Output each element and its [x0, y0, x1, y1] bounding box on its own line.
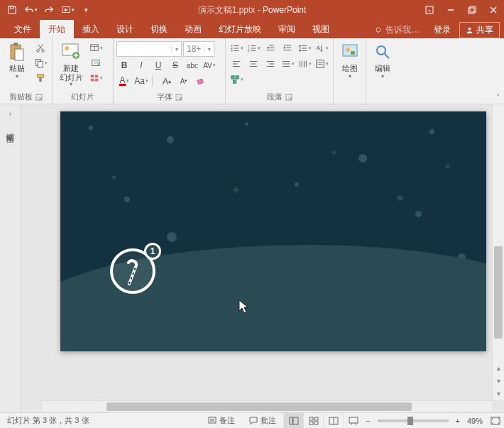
- undo-button[interactable]: ▾: [21, 1, 40, 19]
- scrollbar-thumb[interactable]: [106, 402, 412, 411]
- candy-badge[interactable]: 1: [110, 248, 155, 294]
- slideshow-view-button[interactable]: [343, 413, 363, 429]
- title-bar: ▾ ▾ ▾ 演示文稿1.pptx - PowerPoint: [0, 0, 504, 20]
- font-color-button[interactable]: A▾: [116, 74, 132, 88]
- fit-to-window-button[interactable]: [487, 417, 504, 425]
- tell-me-search[interactable]: 告诉我…: [368, 24, 425, 36]
- decor-star: ✦: [110, 172, 119, 183]
- italic-button[interactable]: I: [133, 58, 149, 72]
- tab-file[interactable]: 文件: [6, 20, 40, 38]
- vertical-scrollbar[interactable]: ▴ ▾ ▾: [492, 104, 504, 400]
- prev-slide-button[interactable]: ▴: [493, 361, 504, 374]
- align-center-button[interactable]: [246, 57, 261, 71]
- numbering-button[interactable]: 123▾: [246, 41, 261, 55]
- shadow-button[interactable]: abc: [185, 58, 200, 72]
- comments-button[interactable]: 批注: [242, 415, 283, 426]
- underline-button[interactable]: U: [150, 58, 166, 72]
- tab-insert[interactable]: 插入: [74, 20, 108, 38]
- tab-animations[interactable]: 动画: [176, 20, 210, 38]
- tab-home[interactable]: 开始: [40, 20, 74, 38]
- eraser-icon: [196, 76, 206, 86]
- copy-button[interactable]: ▾: [33, 56, 48, 70]
- expand-thumbnails-button[interactable]: ›: [9, 110, 11, 118]
- group-font: ▾ 18+▾ B I U S abc AV▾ A▾ Aa▾ A▴ A▾ 字体: [114, 38, 226, 104]
- font-size-combo[interactable]: 18+▾: [183, 41, 214, 57]
- shrink-font-button[interactable]: A▾: [176, 74, 192, 88]
- tab-design[interactable]: 设计: [108, 20, 142, 38]
- restore-button[interactable]: [461, 0, 483, 20]
- font-name-combo[interactable]: ▾: [116, 41, 182, 57]
- reading-view-button[interactable]: [323, 413, 343, 429]
- section-button[interactable]: ▾: [88, 71, 104, 85]
- scrollbar-thumb[interactable]: [494, 246, 503, 339]
- align-left-button[interactable]: [229, 57, 244, 71]
- grow-font-button[interactable]: A▴: [159, 74, 175, 88]
- convert-smartart-button[interactable]: ▾: [229, 72, 244, 87]
- scroll-down-button[interactable]: ▾: [493, 387, 504, 400]
- cut-button[interactable]: [33, 41, 48, 55]
- new-slide-icon: [60, 41, 82, 62]
- zoom-percent[interactable]: 49%: [463, 417, 487, 425]
- char-spacing-button[interactable]: AV▾: [202, 58, 217, 72]
- normal-view-button[interactable]: [283, 413, 303, 429]
- ribbon-display-options-button[interactable]: [419, 0, 440, 20]
- horizontal-scrollbar[interactable]: [43, 400, 492, 412]
- strikethrough-button[interactable]: S: [168, 58, 183, 72]
- slide[interactable]: ✦ ✦ ✦ ✦ ✦ ✦ ✦ ✦ + + 1: [60, 111, 486, 351]
- comments-label: 批注: [261, 415, 276, 426]
- slide-counter[interactable]: 幻灯片 第 3 张，共 3 张: [0, 415, 97, 426]
- zoom-out-button[interactable]: −: [363, 417, 373, 425]
- tab-review[interactable]: 审阅: [270, 20, 304, 38]
- clear-formatting-button[interactable]: [193, 74, 209, 88]
- decrease-indent-button[interactable]: [263, 41, 278, 55]
- next-slide-button[interactable]: ▾: [493, 374, 504, 387]
- bullets-button[interactable]: ▾: [229, 41, 244, 55]
- redo-button[interactable]: [40, 1, 58, 19]
- start-from-beginning-button[interactable]: ▾: [58, 1, 77, 19]
- svg-rect-92: [293, 417, 298, 424]
- dialog-launcher-icon[interactable]: [175, 94, 182, 101]
- notes-button[interactable]: 备注: [201, 415, 242, 426]
- tab-transitions[interactable]: 切换: [142, 20, 176, 38]
- tab-view[interactable]: 视图: [304, 20, 338, 38]
- tab-slideshow[interactable]: 幻灯片放映: [210, 20, 270, 38]
- svg-rect-95: [309, 422, 313, 424]
- layout-button[interactable]: ▾: [88, 41, 104, 55]
- new-slide-button[interactable]: 新建 幻灯片 ▾: [55, 40, 87, 87]
- sorter-view-button[interactable]: [303, 413, 323, 429]
- paste-button[interactable]: 粘贴 ▾: [3, 40, 31, 79]
- zoom-slider[interactable]: [378, 419, 449, 422]
- zoom-in-button[interactable]: +: [453, 417, 463, 425]
- search-icon: [372, 41, 393, 62]
- line-spacing-button[interactable]: ▾: [297, 41, 312, 55]
- svg-text:3: 3: [247, 49, 249, 53]
- justify-button[interactable]: ▾: [280, 57, 295, 71]
- editing-button[interactable]: 编辑 ▾: [369, 40, 396, 79]
- signin-button[interactable]: 登录: [427, 24, 458, 36]
- text-direction-button[interactable]: A▾: [314, 41, 329, 55]
- minimize-button[interactable]: [440, 0, 461, 20]
- close-button[interactable]: [483, 0, 504, 20]
- bold-button[interactable]: B: [116, 58, 132, 72]
- change-case-button[interactable]: Aa▾: [133, 74, 149, 88]
- collapse-ribbon-button[interactable]: ˄: [491, 38, 504, 104]
- svg-rect-96: [314, 422, 318, 424]
- svg-rect-79: [231, 76, 234, 79]
- qat-customize-button[interactable]: ▾: [77, 1, 95, 19]
- format-painter-button[interactable]: [33, 71, 48, 85]
- share-button[interactable]: 共享: [459, 22, 500, 38]
- slide-counter-text: 幻灯片 第 3 张，共 3 张: [7, 415, 89, 426]
- drawing-button[interactable]: 绘图 ▾: [336, 40, 363, 79]
- window-controls: [419, 0, 504, 20]
- numbering-icon: 123: [247, 43, 257, 53]
- columns-button[interactable]: ▾: [297, 57, 312, 71]
- align-text-button[interactable]: ▾: [314, 57, 329, 71]
- dialog-launcher-icon[interactable]: [35, 94, 43, 101]
- zoom-thumb[interactable]: [407, 417, 413, 425]
- reset-button[interactable]: [88, 56, 104, 70]
- align-right-button[interactable]: [263, 57, 278, 71]
- quick-access-toolbar: ▾ ▾ ▾: [0, 1, 95, 19]
- dialog-launcher-icon[interactable]: [285, 94, 292, 101]
- save-button[interactable]: [3, 1, 21, 19]
- increase-indent-button[interactable]: [280, 41, 295, 55]
